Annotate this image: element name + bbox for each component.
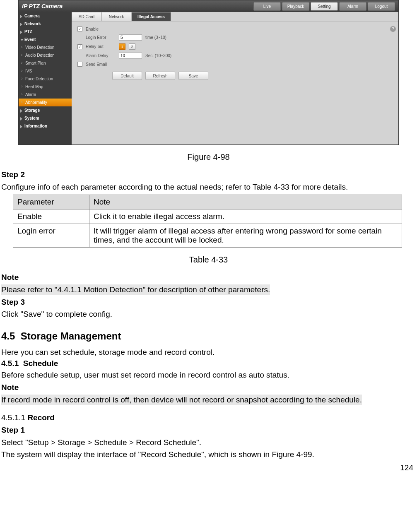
subtab-illegal-access[interactable]: Illegal Access bbox=[131, 12, 171, 21]
sidebar-item-alarm[interactable]: Alarm bbox=[19, 91, 72, 99]
relay-out-label: Relay-out bbox=[86, 44, 116, 49]
step2-title: Step 2 bbox=[1, 169, 416, 180]
note2-text: If record mode in record control is off,… bbox=[1, 395, 362, 405]
sidebar-item-smart-plan[interactable]: Smart Plan bbox=[19, 59, 72, 67]
sidebar-item-video-detection[interactable]: Video Detection bbox=[19, 43, 72, 51]
login-error-label: Login Error bbox=[86, 35, 116, 40]
tab-logout[interactable]: Logout bbox=[368, 2, 395, 11]
sidebar-item-camera[interactable]: Camera bbox=[19, 12, 72, 20]
section-4-5-text: Here you can set schedule, storage mode … bbox=[1, 347, 416, 358]
step2-text: Configure info of each parameter accordi… bbox=[1, 182, 416, 193]
table-row1-param: Enable bbox=[13, 209, 89, 224]
relay-button-1[interactable]: 1 bbox=[119, 43, 125, 50]
sidebar-item-system[interactable]: System bbox=[19, 114, 72, 122]
save-button[interactable]: Save bbox=[178, 72, 208, 80]
relay-button-2[interactable]: 2 bbox=[129, 43, 135, 50]
table-caption: Table 4-33 bbox=[1, 255, 416, 265]
sidebar-item-ivs[interactable]: IVS bbox=[19, 67, 72, 75]
tab-setting[interactable]: Setting bbox=[311, 2, 338, 11]
section-4-5-1-title: Schedule bbox=[23, 359, 58, 368]
page-number: 124 bbox=[1, 463, 416, 472]
parameter-table: Parameter Note Enable Click it to enable… bbox=[13, 195, 402, 248]
help-icon[interactable]: ? bbox=[390, 26, 396, 32]
sidebar-item-heat-map[interactable]: Heat Map bbox=[19, 83, 72, 91]
alarm-delay-input[interactable] bbox=[119, 53, 142, 59]
refresh-button[interactable]: Refresh bbox=[145, 72, 175, 80]
section-4-5-num: 4.5 bbox=[1, 330, 15, 342]
subtab-network[interactable]: Network bbox=[101, 12, 131, 21]
tab-alarm[interactable]: Alarm bbox=[339, 2, 366, 11]
sidebar: Camera Network PTZ Event Video Detection… bbox=[19, 12, 72, 144]
sidebar-item-face-detection[interactable]: Face Detection bbox=[19, 75, 72, 83]
section-4-5-1-num: 4.5.1 bbox=[1, 359, 19, 368]
section-4-5-title: Storage Management bbox=[21, 330, 121, 342]
section-4-5-1-heading: 4.5.1 Schedule bbox=[1, 359, 416, 368]
send-email-checkbox[interactable] bbox=[77, 62, 82, 67]
figure-caption: Figure 4-98 bbox=[1, 152, 416, 162]
screenshot-figure: IP PTZ Camera Live Playback Setting Alar… bbox=[18, 0, 399, 145]
tab-playback[interactable]: Playback bbox=[282, 2, 309, 11]
section-4-5-1-1-heading: 4.5.1.1 Record bbox=[1, 412, 416, 423]
section-4-5-1-text: Before schedule setup, user must set rec… bbox=[1, 370, 416, 380]
sidebar-item-storage[interactable]: Storage bbox=[19, 106, 72, 114]
app-header: IP PTZ Camera Live Playback Setting Alar… bbox=[19, 0, 398, 12]
app-title: IP PTZ Camera bbox=[22, 3, 63, 10]
table-header-note: Note bbox=[89, 195, 402, 209]
tab-live[interactable]: Live bbox=[253, 2, 281, 11]
subtabs: SD Card Network Illegal Access bbox=[72, 12, 398, 22]
section-4-5-1-1-title: Record bbox=[27, 413, 54, 422]
main-panel: SD Card Network Illegal Access ✓ Enable … bbox=[72, 12, 398, 144]
note2-title: Note bbox=[1, 382, 416, 393]
send-email-label: Send Email bbox=[86, 62, 116, 67]
login-error-hint: time (3~10) bbox=[145, 35, 166, 40]
table-row2-note: It will trigger alarm of illegal access … bbox=[89, 224, 402, 248]
section-4-5-heading: 4.5 Storage Management bbox=[1, 330, 416, 342]
note1-title: Note bbox=[1, 272, 416, 283]
table-header-parameter: Parameter bbox=[13, 195, 89, 209]
relay-out-checkbox[interactable]: ✓ bbox=[77, 44, 82, 49]
alarm-delay-label: Alarm Delay bbox=[86, 53, 116, 58]
sidebar-item-abnormality[interactable]: Abnormality bbox=[19, 99, 72, 106]
note1-text: Please refer to "4.4.1.1 Motion Detectio… bbox=[1, 284, 270, 295]
enable-label: Enable bbox=[86, 27, 116, 31]
sidebar-item-network[interactable]: Network bbox=[19, 20, 72, 28]
sidebar-item-audio-detection[interactable]: Audio Detection bbox=[19, 51, 72, 59]
table-row1-note: Click it to enable illegal access alarm. bbox=[89, 209, 402, 224]
form-area: ✓ Enable Login Error time (3~10) ✓ Relay… bbox=[72, 22, 398, 85]
section-4-5-1-1-num: 4.5.1.1 bbox=[1, 413, 25, 422]
sidebar-item-information[interactable]: Information bbox=[19, 122, 72, 130]
enable-checkbox[interactable]: ✓ bbox=[77, 26, 82, 31]
step1b-line1: Select "Setup > Storage > Schedule > Rec… bbox=[1, 437, 416, 448]
step1b-title: Step 1 bbox=[1, 425, 416, 436]
main-tabs: Live Playback Setting Alarm Logout bbox=[253, 2, 395, 11]
subtab-sd-card[interactable]: SD Card bbox=[72, 12, 101, 21]
step3-text: Click "Save" to complete config. bbox=[1, 309, 416, 320]
sidebar-item-event[interactable]: Event bbox=[19, 36, 72, 43]
step1b-line2: The system will display the interface of… bbox=[1, 449, 416, 460]
sidebar-item-ptz[interactable]: PTZ bbox=[19, 28, 72, 36]
default-button[interactable]: Default bbox=[112, 72, 142, 80]
login-error-input[interactable] bbox=[119, 34, 142, 41]
step3-title: Step 3 bbox=[1, 297, 416, 308]
alarm-delay-hint: Sec. (10~300) bbox=[145, 53, 171, 58]
table-row2-param: Login error bbox=[13, 224, 89, 248]
